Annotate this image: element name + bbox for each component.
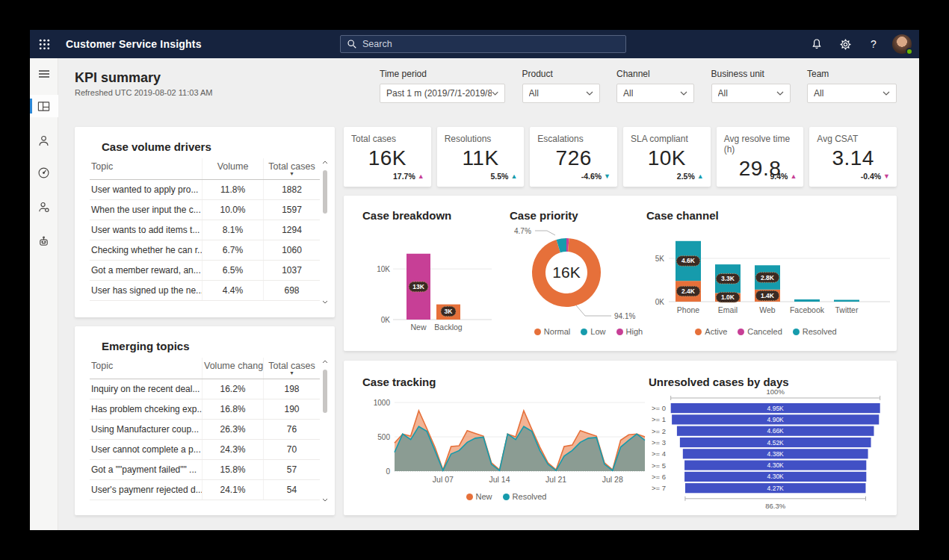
column-header[interactable]: Volume xyxy=(202,158,263,179)
case-tracking-chart[interactable]: 05001000Jul 07Jul 14Jul 21Jul 28 xyxy=(359,393,654,491)
kpi-card[interactable]: Total cases16K17.7%▲ xyxy=(344,127,431,187)
filter-product: ProductAll xyxy=(522,69,600,103)
column-header[interactable]: Total cases▾ xyxy=(263,158,320,179)
trend-up-icon: ▲ xyxy=(510,172,517,180)
case-channel-chart[interactable]: 0K5KPhoneEmailWebFacebookTwitter4.6K2.4K… xyxy=(639,224,893,323)
svg-text:500: 500 xyxy=(377,433,390,441)
filter-dropdown-team[interactable]: All xyxy=(807,84,897,103)
kpi-value: 726 xyxy=(537,146,610,170)
value-cell: 10.0% xyxy=(202,200,263,220)
sidebar-item-customers[interactable] xyxy=(30,129,58,152)
table-row[interactable]: Has problem chceking exp...16.8%190 xyxy=(90,399,320,420)
kpi-card[interactable]: SLA compliant10K2.5%▲ xyxy=(623,127,711,187)
kpi-card[interactable]: Avg CSAT3.14-0.4%▼ xyxy=(809,127,897,187)
chevron-down-icon xyxy=(586,91,593,96)
table-row[interactable]: Inquiry on the recent deal...16.2%198 xyxy=(90,379,320,399)
dashboard-grid-icon xyxy=(37,101,50,112)
column-header[interactable]: Volume change xyxy=(202,358,263,379)
table-row[interactable]: User wanted to apply pro...11.8%1882 xyxy=(90,180,320,200)
table-row[interactable]: User wants to add items t...8.1%1294 xyxy=(90,220,320,240)
help-icon[interactable]: ? xyxy=(859,30,888,58)
sidebar-item-bot[interactable] xyxy=(30,230,58,252)
value-cell: 24.1% xyxy=(202,480,263,500)
app-title: Customer Service Insights xyxy=(66,38,202,50)
kpi-delta: 9.4%▲ xyxy=(770,172,797,181)
table-row[interactable]: Using Manufacturer coup...26.3%76 xyxy=(90,420,320,440)
card-title: Emerging topics xyxy=(102,340,190,352)
legend-item-normal[interactable]: Normal xyxy=(534,327,570,336)
table-scrollbar[interactable] xyxy=(321,358,329,503)
table-scrollbar[interactable] xyxy=(321,158,329,305)
trend-up-icon: ▲ xyxy=(790,172,797,180)
scroll-down-icon[interactable] xyxy=(321,298,329,305)
trend-up-icon: ▲ xyxy=(418,172,424,180)
topic-cell: User's paymenr rejected d... xyxy=(90,480,202,500)
legend-item-new[interactable]: New xyxy=(466,492,492,501)
filter-dropdown-channel[interactable]: All xyxy=(616,84,694,103)
svg-text:1.4K: 1.4K xyxy=(761,292,775,299)
filter-dropdown-product[interactable]: All xyxy=(522,84,600,103)
chevron-down-icon xyxy=(776,91,784,96)
value-cell: 11.8% xyxy=(202,180,263,199)
scroll-up-icon[interactable] xyxy=(321,158,329,166)
table-header-row: TopicVolume changeTotal cases▾ xyxy=(90,358,320,379)
value-cell: 1882 xyxy=(263,180,320,199)
table-row[interactable]: User's paymenr rejected d...24.1%54 xyxy=(90,480,320,500)
table-row[interactable]: When the user input the c...10.0%1597 xyxy=(90,200,320,220)
sidebar-item-metrics[interactable] xyxy=(30,161,58,184)
scroll-up-icon[interactable] xyxy=(321,358,329,365)
filter-label: Product xyxy=(522,69,600,79)
filter-dropdown-time-period[interactable]: Past 1 m (2019/7/1-2019/8... xyxy=(380,84,505,103)
table-row[interactable]: Got a ""payment failed"" ...15.8%57 xyxy=(90,460,320,480)
kpi-label: Escalations xyxy=(537,134,610,144)
notification-bell-icon[interactable] xyxy=(803,30,831,58)
sidebar-menu-toggle[interactable] xyxy=(30,63,58,85)
kpi-label: Avg resolve time (h) xyxy=(724,134,797,155)
chart-title: Unresolved cases by days xyxy=(649,376,789,388)
table-row[interactable]: Checking whether he can r...6.7%1060 xyxy=(90,240,320,261)
filter-time-period: Time periodPast 1 m (2019/7/1-2019/8... xyxy=(380,69,505,103)
legend-label: New xyxy=(476,492,492,501)
kpi-card[interactable]: Avg resolve time (h)29.89.4%▲ xyxy=(717,127,804,187)
sidebar-item-agents[interactable] xyxy=(30,196,58,218)
sidebar-item-dashboard[interactable] xyxy=(30,95,58,117)
svg-text:3K: 3K xyxy=(445,308,454,315)
avatar[interactable] xyxy=(892,34,912,54)
legend-label: Low xyxy=(590,327,605,336)
topic-cell: User has signed up the ne... xyxy=(90,281,202,300)
filter-label: Time period xyxy=(380,69,505,79)
legend-item-resolved[interactable]: Resolved xyxy=(503,492,547,501)
legend-item-resolved[interactable]: Resolved xyxy=(793,327,837,336)
scrollbar-thumb[interactable] xyxy=(323,170,327,214)
search-input[interactable]: Search xyxy=(340,35,626,53)
svg-text:Facebook: Facebook xyxy=(790,305,825,314)
column-header[interactable]: Total cases▾ xyxy=(263,358,320,379)
table-row[interactable]: Got a member reward, an...6.5%1037 xyxy=(90,261,320,281)
scrollbar-thumb[interactable] xyxy=(323,370,327,413)
legend-item-low[interactable]: Low xyxy=(581,327,605,336)
settings-gear-icon[interactable] xyxy=(831,30,859,58)
kpi-card[interactable]: Escalations726-4.6%▼ xyxy=(530,127,617,187)
table-row[interactable]: User cannot complete a p...24.3%70 xyxy=(90,440,320,460)
column-header[interactable]: Topic xyxy=(90,358,202,379)
unresolved-cases-funnel[interactable]: 100%4.95K>= 04.90K>= 14.66K>= 24.52K>= 3… xyxy=(639,388,893,513)
kpi-card[interactable]: Resolutions11K5.5%▲ xyxy=(437,127,525,187)
waffle-menu-icon[interactable] xyxy=(30,30,58,58)
svg-text:4.38K: 4.38K xyxy=(767,450,785,458)
case-breakdown-chart[interactable]: 0K10KNewBacklog13K3K xyxy=(357,227,495,340)
svg-text:Twitter: Twitter xyxy=(835,305,859,314)
legend-item-canceled[interactable]: Canceled xyxy=(738,327,782,336)
topic-cell: When the user input the c... xyxy=(90,200,202,220)
filter-dropdown-business-unit[interactable]: All xyxy=(711,84,791,103)
column-header[interactable]: Topic xyxy=(90,158,202,179)
card-title: Case volume drivers xyxy=(102,140,211,153)
value-cell: 4.4% xyxy=(202,281,263,300)
svg-text:1.0K: 1.0K xyxy=(721,293,735,301)
bottom-charts-panel: Case tracking 05001000Jul 07Jul 14Jul 21… xyxy=(344,361,897,515)
table-row[interactable]: User has signed up the ne...4.4%698 xyxy=(90,281,320,301)
legend-item-active[interactable]: Active xyxy=(695,327,727,336)
scroll-down-icon[interactable] xyxy=(321,496,329,503)
svg-text:>= 1: >= 1 xyxy=(652,415,666,423)
kpi-delta: -0.4%▼ xyxy=(861,172,890,181)
kpi-label: Total cases xyxy=(351,134,424,144)
